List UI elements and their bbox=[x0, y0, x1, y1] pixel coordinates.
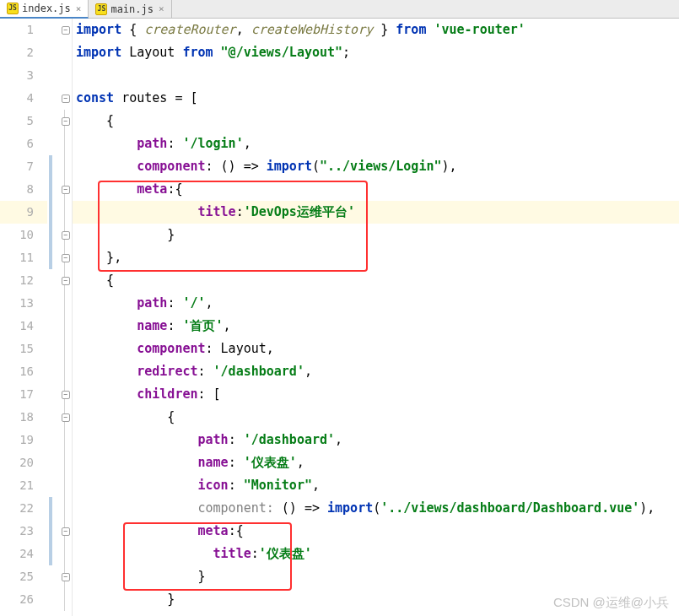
fold-icon[interactable]: − bbox=[62, 413, 70, 422]
code-line[interactable]: component: () => import('../views/dashbo… bbox=[73, 497, 679, 520]
code-line[interactable]: children: [ bbox=[73, 383, 679, 406]
editor: 1 2 3 4 5 6 7 8 9 10 11 12 13 14 15 16 1… bbox=[0, 19, 679, 616]
code-line[interactable]: const routes = [ bbox=[73, 87, 679, 110]
js-icon: JS bbox=[95, 3, 107, 15]
code-line[interactable]: name: '首页', bbox=[73, 315, 679, 338]
line-number[interactable]: 1 bbox=[0, 19, 47, 41]
tab-label: index.js bbox=[22, 3, 71, 14]
code-line[interactable]: import Layout from "@/views/Layout"; bbox=[73, 41, 679, 64]
code-line[interactable]: { bbox=[73, 406, 679, 429]
line-number[interactable]: 18 bbox=[0, 406, 47, 429]
line-number[interactable]: 16 bbox=[0, 360, 47, 383]
code-line[interactable]: path: '/dashboard', bbox=[73, 429, 679, 451]
line-number[interactable]: 8 bbox=[0, 178, 47, 201]
close-icon[interactable]: × bbox=[159, 3, 164, 14]
fold-icon[interactable]: − bbox=[62, 391, 70, 399]
tab-label: main.js bbox=[110, 3, 154, 15]
line-number[interactable]: 24 bbox=[0, 543, 47, 565]
code-line[interactable]: path: '/login', bbox=[73, 132, 679, 155]
line-number[interactable]: 3 bbox=[0, 64, 47, 87]
line-number[interactable]: 6 bbox=[0, 132, 47, 155]
line-number[interactable]: 13 bbox=[0, 292, 47, 315]
line-number[interactable]: 15 bbox=[0, 338, 47, 360]
line-number[interactable]: 4 bbox=[0, 87, 47, 110]
code-line[interactable]: path: '/', bbox=[73, 292, 679, 315]
code-line[interactable] bbox=[73, 64, 679, 87]
js-icon: JS bbox=[7, 3, 19, 14]
code-line[interactable]: } bbox=[73, 224, 679, 246]
code-line[interactable]: name: '仪表盘', bbox=[73, 451, 679, 474]
line-number[interactable]: 5 bbox=[0, 110, 47, 132]
code-line[interactable]: title:'仪表盘' bbox=[73, 543, 679, 565]
fold-icon[interactable]: − bbox=[62, 254, 70, 262]
fold-icon[interactable]: − bbox=[62, 527, 70, 536]
code-line[interactable]: component: () => import("../views/Login"… bbox=[73, 155, 679, 178]
code-line[interactable]: { bbox=[73, 110, 679, 132]
fold-icon[interactable]: − bbox=[62, 186, 70, 194]
code-line[interactable]: { bbox=[73, 269, 679, 292]
line-number[interactable]: 25 bbox=[0, 565, 47, 588]
line-number[interactable]: 19 bbox=[0, 429, 47, 451]
line-number[interactable]: 22 bbox=[0, 497, 47, 520]
code-line[interactable]: }, bbox=[73, 246, 679, 269]
tab-main-js[interactable]: JS main.js × bbox=[89, 0, 171, 18]
line-number[interactable]: 10 bbox=[0, 224, 47, 246]
change-markers bbox=[47, 19, 59, 616]
line-gutter: 1 2 3 4 5 6 7 8 9 10 11 12 13 14 15 16 1… bbox=[0, 19, 47, 616]
code-line[interactable]: meta:{ bbox=[73, 178, 679, 201]
code-line[interactable]: redirect: '/dashboard', bbox=[73, 360, 679, 383]
line-number[interactable]: 9 bbox=[0, 201, 47, 224]
fold-icon[interactable]: − bbox=[62, 573, 70, 581]
code-line[interactable]: meta:{ bbox=[73, 520, 679, 543]
code-line[interactable]: title:'DevOps运维平台' bbox=[73, 201, 679, 224]
line-number[interactable]: 17 bbox=[0, 383, 47, 406]
fold-icon[interactable]: − bbox=[62, 277, 70, 285]
line-number[interactable]: 26 bbox=[0, 588, 47, 611]
code-line[interactable]: icon: "Monitor", bbox=[73, 474, 679, 497]
tab-index-js[interactable]: JS index.js × bbox=[0, 0, 89, 19]
line-number[interactable]: 20 bbox=[0, 451, 47, 474]
fold-gutter: − − − − − − − − − − − bbox=[59, 19, 73, 616]
line-number[interactable]: 14 bbox=[0, 315, 47, 338]
line-number[interactable]: 2 bbox=[0, 41, 47, 64]
code-line[interactable]: import { createRouter, createWebHistory … bbox=[73, 19, 679, 41]
tab-bar: JS index.js × JS main.js × bbox=[0, 0, 679, 19]
line-number[interactable]: 21 bbox=[0, 474, 47, 497]
code-line[interactable]: } bbox=[73, 565, 679, 588]
fold-icon[interactable]: − bbox=[62, 117, 70, 126]
line-number[interactable]: 12 bbox=[0, 269, 47, 292]
fold-icon[interactable]: − bbox=[62, 95, 70, 103]
line-number[interactable]: 7 bbox=[0, 155, 47, 178]
line-number[interactable]: 11 bbox=[0, 246, 47, 269]
close-icon[interactable]: × bbox=[76, 3, 82, 14]
fold-icon[interactable]: − bbox=[62, 26, 70, 35]
fold-icon[interactable]: − bbox=[62, 231, 70, 240]
line-number[interactable]: 23 bbox=[0, 520, 47, 543]
code-area[interactable]: import { createRouter, createWebHistory … bbox=[73, 19, 679, 616]
code-line[interactable]: } bbox=[73, 588, 679, 611]
code-line[interactable]: component: Layout, bbox=[73, 338, 679, 360]
